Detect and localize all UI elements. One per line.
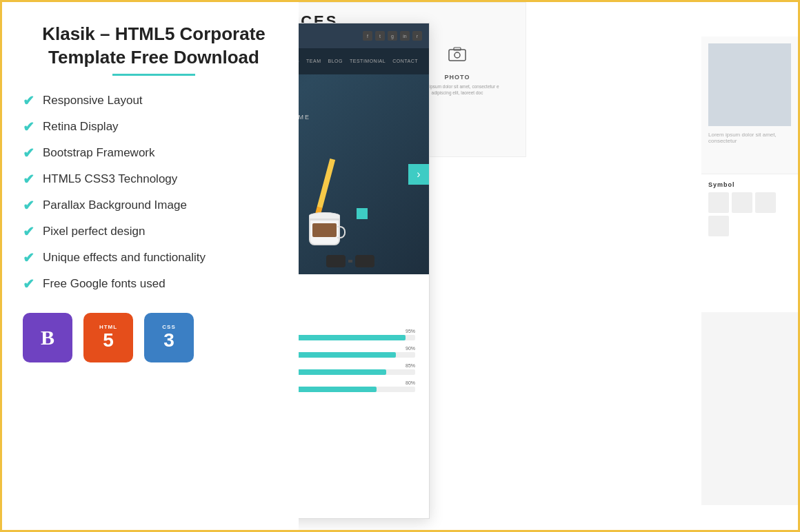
- page-title: Klasik – HTML5 Corporate Template Free D…: [23, 23, 285, 70]
- cup-saucer: [309, 212, 340, 219]
- html5-badge: HTML 5: [83, 313, 133, 362]
- tech-logos: B HTML 5 CSS 3: [23, 313, 285, 362]
- glimpse-symbol-title: Symbol: [708, 181, 791, 188]
- svg-point-16: [454, 52, 460, 58]
- linkedin-icon: in: [400, 31, 410, 41]
- symbol-item: [732, 192, 752, 213]
- lens-left: [326, 255, 346, 267]
- bootstrap-badge: B: [23, 313, 72, 362]
- right-glimpse-panel: Lorem ipsum dolor sit amet, consectetur …: [701, 37, 798, 505]
- sunglasses: [326, 255, 374, 267]
- check-icon: ✔: [23, 276, 34, 292]
- title-underline: [112, 74, 195, 76]
- lens-right: [355, 255, 374, 267]
- rss-icon: r: [412, 31, 422, 41]
- symbol-item: [755, 192, 776, 213]
- coffee-cup: [309, 212, 347, 247]
- googleplus-icon: g: [388, 31, 397, 41]
- menu-contact[interactable]: CONTACT: [392, 59, 418, 64]
- check-icon: ✔: [23, 197, 34, 214]
- lens-bridge: [348, 260, 352, 263]
- features-list: ✔ Responsive Layout ✔ Retina Display ✔ B…: [23, 92, 285, 292]
- facebook-icon: f: [363, 31, 372, 41]
- twitter-icon: t: [375, 31, 385, 41]
- glimpse-bottom: Symbol: [701, 174, 798, 312]
- check-icon: ✔: [23, 119, 34, 135]
- cup-handle: [337, 226, 346, 238]
- list-item: ✔ Pixel perfect design: [23, 223, 285, 240]
- left-panel: Klasik – HTML5 Corporate Template Free D…: [2, 2, 299, 532]
- symbol-item: [708, 216, 729, 236]
- check-icon: ✔: [23, 145, 34, 161]
- check-icon: ✔: [23, 92, 34, 109]
- glimpse-symbols: [708, 192, 791, 236]
- cup-body: [309, 219, 340, 245]
- svg-rect-15: [449, 50, 466, 61]
- teal-decorative-rect: [357, 208, 368, 219]
- glimpse-top: Lorem ipsum dolor sit amet, consectetur: [701, 37, 798, 174]
- list-item: ✔ Parallax Background Image: [23, 197, 285, 214]
- hero-next-arrow[interactable]: ›: [408, 164, 429, 185]
- glimpse-image: [708, 43, 791, 126]
- mock-social: f t g in r: [363, 31, 422, 41]
- check-icon: ✔: [23, 249, 34, 266]
- glimpse-text: Lorem ipsum dolor sit amet, consectetur: [708, 132, 791, 144]
- list-item: ✔ Retina Display: [23, 119, 285, 135]
- pencil: [314, 158, 335, 220]
- menu-testimonial[interactable]: TESTIMONIAL: [350, 59, 386, 64]
- check-icon: ✔: [23, 171, 34, 187]
- menu-team[interactable]: TEAM: [306, 59, 321, 64]
- list-item: ✔ Free Google fonts used: [23, 276, 285, 292]
- menu-blog[interactable]: BLOG: [328, 59, 343, 64]
- cup-coffee: [312, 223, 337, 237]
- list-item: ✔ Unique effects and functionality: [23, 249, 285, 266]
- list-item: ✔ HTML5 CSS3 Technology: [23, 171, 285, 187]
- list-item: ✔ Responsive Layout: [23, 92, 285, 109]
- svg-rect-17: [454, 48, 461, 50]
- list-item: ✔ Bootstrap Framework: [23, 145, 285, 161]
- check-icon: ✔: [23, 223, 34, 240]
- css3-badge: CSS 3: [144, 313, 194, 362]
- symbol-item: [708, 192, 729, 213]
